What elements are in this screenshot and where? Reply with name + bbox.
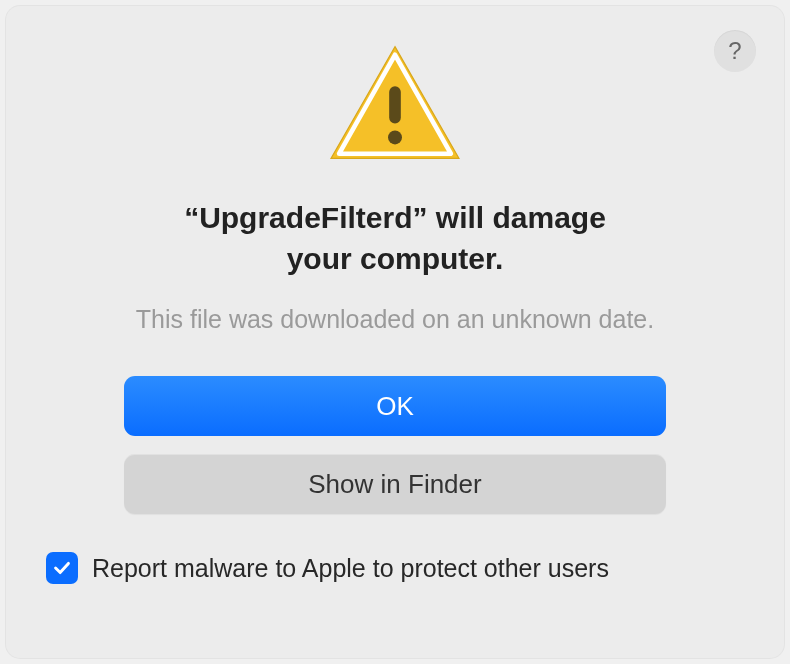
- title-line-1: “UpgradeFilterd” will damage: [184, 201, 606, 234]
- warning-icon: [325, 42, 465, 170]
- report-malware-label[interactable]: Report malware to Apple to protect other…: [92, 554, 609, 583]
- show-in-finder-label: Show in Finder: [308, 469, 481, 500]
- svg-rect-0: [389, 86, 401, 123]
- check-icon: [51, 557, 73, 579]
- report-malware-row: Report malware to Apple to protect other…: [44, 552, 746, 584]
- help-button[interactable]: ?: [714, 30, 756, 72]
- report-malware-checkbox[interactable]: [46, 552, 78, 584]
- ok-button-label: OK: [376, 391, 414, 422]
- ok-button[interactable]: OK: [124, 376, 666, 436]
- malware-warning-dialog: ? “UpgradeFilterd” will damage your comp…: [6, 6, 784, 658]
- show-in-finder-button[interactable]: Show in Finder: [124, 454, 666, 514]
- svg-point-1: [388, 130, 402, 144]
- button-group: OK Show in Finder: [44, 376, 746, 514]
- help-icon: ?: [728, 37, 741, 65]
- dialog-title: “UpgradeFilterd” will damage your comput…: [64, 198, 726, 279]
- title-line-2: your computer.: [287, 242, 504, 275]
- dialog-subtitle: This file was downloaded on an unknown d…: [44, 305, 746, 334]
